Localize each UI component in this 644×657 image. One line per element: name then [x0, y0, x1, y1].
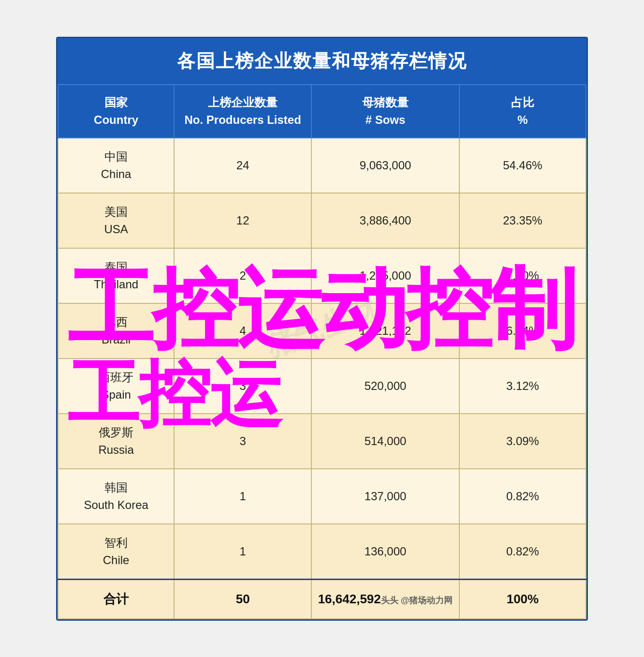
- cell-percent: 23.35%: [459, 193, 586, 248]
- cell-producers: 4: [174, 303, 311, 358]
- cell-producers: 2: [174, 248, 311, 303]
- cell-country: 美国USA: [58, 193, 174, 248]
- cell-sows: 520,000: [311, 358, 459, 414]
- cell-percent: 0.82%: [459, 469, 586, 524]
- col-header-sows: 母猪数量 # Sows: [311, 85, 459, 138]
- table-container: 猪气生财 各国上榜企业数量和母猪存栏情况 国家 Country 上榜企业数量 N…: [56, 37, 588, 621]
- cell-percent: 0.82%: [459, 524, 586, 580]
- data-table: 国家 Country 上榜企业数量 No. Producers Listed 母…: [58, 84, 586, 619]
- cell-sows: 136,000: [311, 524, 459, 580]
- cell-total-sows: 16,642,592头头 @猪场动力网: [311, 579, 459, 619]
- cell-percent: 3.12%: [459, 358, 586, 414]
- table-row: 巴西Brazil 4 1,121,192 6.74%: [58, 303, 586, 358]
- table-row: 韩国South Korea 1 137,000 0.82%: [58, 469, 586, 524]
- table-header-row: 国家 Country 上榜企业数量 No. Producers Listed 母…: [58, 85, 586, 138]
- cell-sows: 9,063,000: [311, 138, 459, 193]
- table-row: 智利Chile 1 136,000 0.82%: [58, 524, 586, 580]
- cell-sows: 1,121,192: [311, 303, 459, 358]
- cell-total-label: 合计: [58, 579, 174, 619]
- table-row: 中国China 24 9,063,000 54.46%: [58, 138, 586, 193]
- cell-producers: 24: [174, 138, 311, 193]
- cell-country: 西班牙Spain: [58, 358, 174, 414]
- cell-sows: 514,000: [311, 414, 459, 469]
- cell-country: 巴西Brazil: [58, 303, 174, 358]
- cell-producers: 1: [174, 524, 311, 580]
- cell-percent: 3.09%: [459, 414, 586, 469]
- table-row: 美国USA 12 3,886,400 23.35%: [58, 193, 586, 248]
- cell-producers: 12: [174, 193, 311, 248]
- cell-total-producers: 50: [174, 579, 311, 619]
- col-header-country: 国家 Country: [58, 85, 174, 138]
- cell-sows: 1,265,000: [311, 248, 459, 303]
- cell-producers: 3: [174, 414, 311, 469]
- table-title: 各国上榜企业数量和母猪存栏情况: [58, 38, 586, 84]
- table-row: 俄罗斯Russia 3 514,000 3.09%: [58, 414, 586, 469]
- col-header-producers: 上榜企业数量 No. Producers Listed: [174, 85, 311, 138]
- table-row: 西班牙Spain 3 520,000 3.12%: [58, 358, 586, 414]
- cell-country: 泰国Thailand: [58, 248, 174, 303]
- cell-country: 韩国South Korea: [58, 469, 174, 524]
- table-row: 泰国Thailand 2 1,265,000 7.60%: [58, 248, 586, 303]
- cell-producers: 1: [174, 469, 311, 524]
- cell-country: 智利Chile: [58, 524, 174, 580]
- cell-total-percent: 100%: [459, 579, 586, 619]
- cell-country: 俄罗斯Russia: [58, 414, 174, 469]
- cell-producers: 3: [174, 358, 311, 414]
- cell-country: 中国China: [58, 138, 174, 193]
- col-header-percent: 占比 %: [459, 85, 586, 138]
- cell-percent: 7.60%: [459, 248, 586, 303]
- total-row: 合计 50 16,642,592头头 @猪场动力网 100%: [58, 579, 586, 619]
- cell-sows: 3,886,400: [311, 193, 459, 248]
- cell-sows: 137,000: [311, 469, 459, 524]
- cell-percent: 54.46%: [459, 138, 586, 193]
- cell-percent: 6.74%: [459, 303, 586, 358]
